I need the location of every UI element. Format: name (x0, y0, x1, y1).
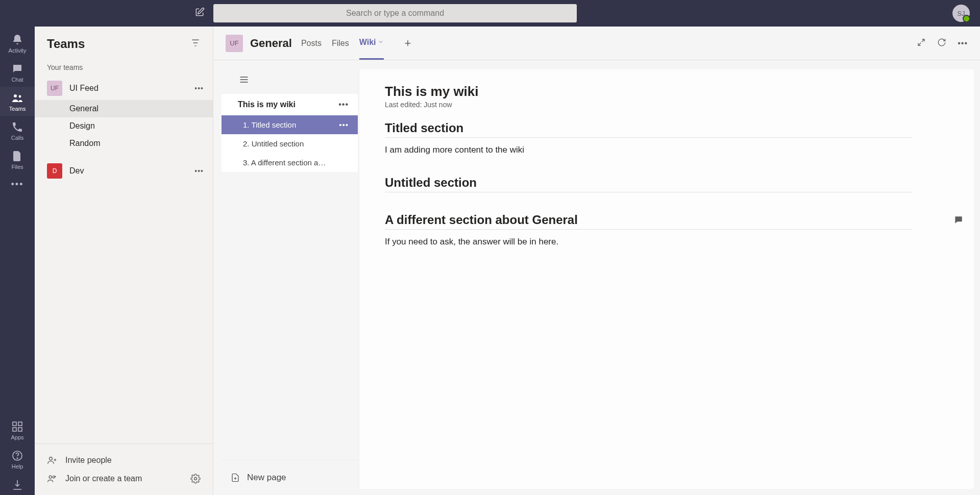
tab-wiki-label: Wiki (359, 38, 376, 47)
gear-icon[interactable] (190, 474, 201, 484)
rail-more[interactable]: ••• (11, 174, 24, 195)
wiki-nav-section-2[interactable]: 2. Untitled section (222, 134, 358, 153)
team-avatar-dev: D (47, 163, 62, 179)
your-teams-label: Your teams (35, 60, 213, 77)
search-container (213, 4, 577, 22)
wiki-nav-sec2-label: 2. Untitled section (243, 139, 304, 148)
wiki-nav-sec1-more[interactable]: ••• (339, 120, 349, 129)
wiki-nav-section-1[interactable]: 1. Titled section ••• (222, 115, 358, 134)
rail-help[interactable]: Help (0, 444, 35, 474)
chevron-down-icon (378, 38, 384, 47)
rail-apps-label: Apps (11, 434, 23, 440)
svg-point-7 (17, 458, 18, 459)
team-more-uifeed[interactable]: ••• (194, 84, 204, 92)
svg-rect-5 (18, 428, 22, 431)
wiki-last-edited: Last edited: Just now (385, 101, 913, 109)
compose-icon[interactable] (194, 7, 205, 19)
hamburger-icon[interactable] (222, 65, 359, 94)
avatar-initials: SJ (957, 10, 965, 17)
channel-general[interactable]: General (35, 100, 213, 117)
tab-files[interactable]: Files (332, 27, 349, 60)
team-avatar-uifeed: UF (47, 81, 62, 96)
wiki-nav: This is my wiki ••• 1. Titled section ••… (213, 60, 359, 495)
svg-rect-3 (18, 422, 22, 426)
invite-people[interactable]: Invite people (47, 451, 201, 469)
svg-point-1 (19, 95, 21, 98)
wiki-nav-title[interactable]: This is my wiki ••• (222, 94, 358, 115)
wiki-nav-more[interactable]: ••• (338, 100, 349, 109)
rail-files-label: Files (11, 164, 23, 170)
user-avatar[interactable]: SJ (952, 5, 970, 22)
svg-point-8 (50, 457, 53, 460)
tab-wiki[interactable]: Wiki (359, 27, 384, 60)
rail-activity[interactable]: Activity (0, 29, 35, 58)
team-name-uifeed: UI Feed (69, 84, 194, 93)
rail-teams-label: Teams (9, 106, 26, 112)
wiki-section2-heading[interactable]: Untitled section (385, 176, 913, 192)
wiki-section1-body[interactable]: I am adding more content to the wiki (385, 145, 913, 155)
svg-rect-4 (13, 428, 16, 431)
rail-help-label: Help (12, 463, 23, 469)
rail-calls-label: Calls (11, 135, 23, 141)
content-area: UF General Posts Files Wiki + (213, 27, 980, 495)
wiki-nav-sec3-label: 3. A different section a… (243, 158, 326, 167)
teams-panel-title: Teams (47, 37, 85, 51)
refresh-icon[interactable] (937, 38, 946, 49)
rail-chat[interactable]: Chat (0, 58, 35, 87)
rail-chat-label: Chat (11, 77, 23, 83)
svg-point-9 (49, 476, 52, 478)
rail-teams[interactable]: Teams (0, 87, 35, 116)
rail-files[interactable]: Files (0, 145, 35, 174)
comment-icon[interactable] (953, 215, 964, 227)
rail-apps[interactable]: Apps (0, 415, 35, 444)
join-create-label: Join or create a team (65, 474, 142, 483)
channel-name: General (250, 37, 292, 50)
channel-design[interactable]: Design (69, 117, 213, 135)
wiki-nav-section-3[interactable]: 3. A different section a… (222, 153, 358, 172)
filter-icon[interactable] (190, 38, 201, 50)
new-page-label: New page (247, 473, 286, 483)
wiki-nav-title-text: This is my wiki (238, 100, 296, 109)
rail-calls[interactable]: Calls (0, 116, 35, 145)
more-icon[interactable]: ••• (958, 39, 968, 48)
app-topbar: SJ (0, 0, 980, 27)
search-input[interactable] (213, 4, 577, 22)
channel-avatar: UF (226, 35, 243, 52)
wiki-nav-sec1-label: 1. Titled section (243, 120, 296, 129)
expand-icon[interactable] (917, 38, 926, 49)
team-row-uifeed[interactable]: UF UI Feed ••• (35, 77, 213, 100)
teams-panel: Teams Your teams UF UI Feed ••• General … (35, 27, 213, 495)
svg-rect-2 (13, 422, 16, 426)
new-page-button[interactable]: New page (222, 460, 359, 495)
team-row-dev[interactable]: D Dev ••• (35, 159, 213, 183)
wiki-section1-heading[interactable]: Titled section (385, 121, 913, 138)
wiki-section3-heading[interactable]: A different section about General (385, 213, 913, 230)
channel-random[interactable]: Random (69, 135, 213, 152)
add-tab-button[interactable]: + (404, 37, 411, 50)
tab-posts[interactable]: Posts (301, 27, 322, 60)
rail-activity-label: Activity (9, 47, 27, 54)
join-create-team[interactable]: Join or create a team (47, 469, 201, 488)
invite-people-label: Invite people (65, 456, 112, 465)
rail-download[interactable] (0, 474, 35, 495)
wiki-section3-body[interactable]: If you need to ask, the answer will be i… (385, 237, 913, 247)
svg-point-0 (14, 94, 17, 97)
svg-point-11 (194, 478, 197, 480)
wiki-page-title[interactable]: This is my wiki (385, 84, 913, 100)
team-more-dev[interactable]: ••• (194, 167, 204, 175)
team-name-dev: Dev (69, 166, 194, 176)
app-rail: Activity Chat Teams Calls Files ••• Apps (0, 27, 35, 495)
channel-header: UF General Posts Files Wiki + (213, 27, 980, 60)
wiki-content: This is my wiki Last edited: Just now Ti… (359, 69, 974, 489)
